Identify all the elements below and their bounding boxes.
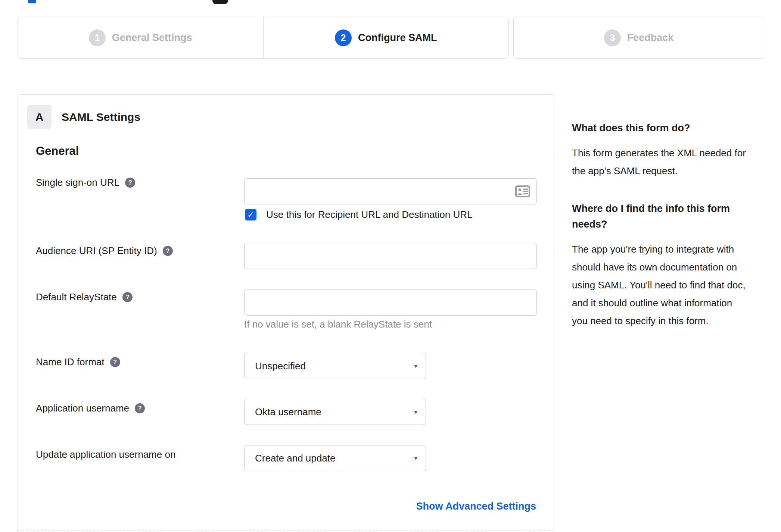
application-username-value: Okta username (255, 406, 321, 418)
single-sign-on-url-label-text: Single sign-on URL (36, 177, 119, 188)
chevron-down-icon: ▾ (414, 362, 417, 370)
help-icon[interactable]: ? (122, 292, 133, 302)
step-3-label: Feedback (627, 32, 674, 44)
default-relaystate-label-text: Default RelayState (36, 291, 117, 303)
section-heading-general: General (36, 144, 79, 158)
recipient-url-checkbox[interactable]: ✓ (245, 209, 256, 220)
section-a-badge: A (27, 105, 52, 129)
help-icon[interactable]: ? (135, 403, 145, 413)
name-id-format-label: Name ID format ? (36, 356, 120, 368)
sidebar-body-what: This form generates the XML needed for t… (572, 144, 747, 180)
step-2-number-badge: 2 (335, 29, 352, 46)
audience-uri-label-text: Audience URI (SP Entity ID) (36, 245, 157, 257)
default-relaystate-label: Default RelayState ? (36, 291, 133, 303)
application-username-select[interactable]: Okta username ▾ (244, 399, 426, 425)
stepper-group-feedback: 3 Feedback (513, 17, 764, 59)
sidebar-body-where: The app you're trying to integrate with … (572, 240, 747, 330)
help-sidebar: What does this form do? This form genera… (572, 120, 747, 330)
recipient-url-checkbox-row: ✓ Use this for Recipient URL and Destina… (245, 209, 473, 220)
chevron-down-icon: ▾ (414, 454, 417, 462)
default-relaystate-input[interactable] (244, 290, 537, 316)
relaystate-hint: If no value is set, a blank RelayState i… (244, 319, 432, 330)
step-2-label: Configure SAML (358, 32, 437, 44)
name-id-format-select[interactable]: Unspecified ▾ (244, 353, 426, 379)
step-configure-saml[interactable]: 2 Configure SAML (264, 17, 509, 58)
update-application-username-label-text: Update application username on (36, 449, 175, 460)
clipped-header-icon-fragment (212, 0, 228, 4)
step-general-settings[interactable]: 1 General Settings (18, 17, 264, 58)
sidebar-heading-what: What does this form do? (572, 120, 747, 136)
configure-saml-page: 1 General Settings 2 Configure SAML 3 Fe… (0, 0, 781, 532)
sidebar-spacer (572, 180, 747, 201)
update-application-username-label: Update application username on (36, 449, 175, 460)
saml-settings-panel: A SAML Settings General Single sign-on U… (18, 94, 554, 532)
clipped-logo-fragment (28, 0, 36, 3)
step-1-number-badge: 1 (89, 29, 106, 46)
name-id-format-label-text: Name ID format (36, 356, 105, 368)
dashed-divider (18, 530, 554, 531)
audience-uri-input[interactable] (244, 243, 537, 269)
help-icon[interactable]: ? (110, 357, 120, 367)
recipient-url-checkbox-label: Use this for Recipient URL and Destinati… (266, 209, 473, 220)
name-id-format-value: Unspecified (255, 360, 306, 372)
step-feedback[interactable]: 3 Feedback (514, 17, 764, 58)
single-sign-on-url-input[interactable] (244, 178, 537, 204)
help-icon[interactable]: ? (163, 246, 173, 256)
stepper-group: 1 General Settings 2 Configure SAML (18, 17, 509, 59)
panel-title: SAML Settings (62, 105, 140, 129)
step-1-label: General Settings (112, 32, 192, 44)
sidebar-heading-where: Where do I find the info this form needs… (572, 201, 747, 232)
audience-uri-label: Audience URI (SP Entity ID) ? (36, 245, 173, 257)
application-username-label-text: Application username (36, 403, 129, 414)
step-3-number-badge: 3 (604, 29, 621, 46)
show-advanced-settings-link[interactable]: Show Advanced Settings (416, 501, 536, 512)
chevron-down-icon: ▾ (414, 408, 417, 416)
help-icon[interactable]: ? (125, 178, 135, 188)
application-username-label: Application username ? (36, 403, 145, 414)
update-application-username-value: Create and update (255, 453, 335, 464)
single-sign-on-url-label: Single sign-on URL ? (36, 177, 135, 188)
update-application-username-select[interactable]: Create and update ▾ (244, 445, 426, 471)
wizard-stepper: 1 General Settings 2 Configure SAML 3 Fe… (18, 17, 764, 59)
